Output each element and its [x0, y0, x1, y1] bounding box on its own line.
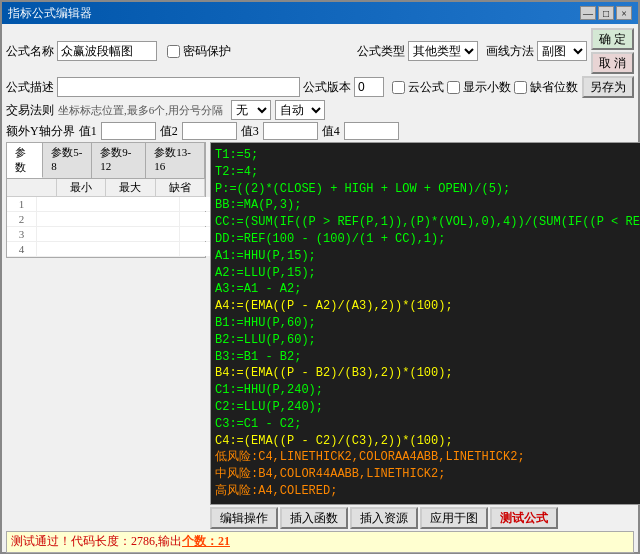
minimize-button[interactable]: —: [580, 6, 596, 20]
status-highlight: 个数：21: [182, 534, 230, 548]
params-row: 1: [7, 197, 205, 212]
type-select[interactable]: 其他类型: [408, 41, 478, 61]
formula-desc-input[interactable]: [57, 77, 300, 97]
code-line: 低风险:C4,LINETHICK2,COLORAA4ABB,LINETHICK2…: [215, 449, 640, 466]
code-line: B4:=(EMA((P - B2)/(B3),2))*(100);: [215, 365, 640, 382]
trade-label: 交易法则: [6, 102, 54, 119]
params-header: 最小 最大 缺省: [7, 179, 205, 197]
params-row: 4: [7, 242, 205, 257]
insert-func-button[interactable]: 插入函数: [280, 507, 348, 529]
trade-desc: 坐标标志位置,最多6个,用分号分隔: [58, 103, 223, 118]
params-rows: 1 2 3 4: [7, 197, 205, 257]
code-line: T1:=5;: [215, 147, 640, 164]
params-row: 2: [7, 212, 205, 227]
code-line: C4:=(EMA((P - C2)/(C3),2))*(100);: [215, 433, 640, 450]
code-line: 中风险:B4,COLOR44AABB,LINETHICK2;: [215, 466, 640, 483]
missing-checkbox[interactable]: [514, 81, 527, 94]
desc-label: 公式描述: [6, 79, 54, 96]
boundary-val1-label: 值1: [79, 123, 97, 140]
boundary-val3-input[interactable]: [263, 122, 318, 140]
col-max: 最大: [106, 179, 156, 196]
status-main: 测试通过！代码长度：2786,输出: [11, 534, 182, 548]
params-tabs: 参数 参数5-8 参数9-12 参数13-16: [7, 143, 205, 179]
params-section: 参数 参数5-8 参数9-12 参数13-16 最小 最大 缺省 1: [6, 142, 206, 258]
tab-params3[interactable]: 参数9-12: [92, 143, 146, 178]
code-line: A3:=A1 - A2;: [215, 281, 640, 298]
boundary-val3-label: 值3: [241, 123, 259, 140]
boundary-label: 额外Y轴分界: [6, 123, 75, 140]
toolbar: 编辑操作 插入函数 插入资源 应用于图 测试公式: [210, 507, 640, 529]
tab-params4[interactable]: 参数13-16: [146, 143, 205, 178]
name-label: 公式名称: [6, 43, 54, 60]
test-button[interactable]: 测试公式: [490, 507, 558, 529]
code-line: BB:=MA(P,3);: [215, 197, 640, 214]
params-num: 3: [7, 227, 37, 241]
code-line: T2:=4;: [215, 164, 640, 181]
close-button[interactable]: ×: [616, 6, 632, 20]
version-label: 公式版本: [303, 79, 351, 96]
trade-field1[interactable]: 无: [231, 100, 271, 120]
code-line: P:=((2)*(CLOSE) + HIGH + LOW + OPEN)/(5)…: [215, 181, 640, 198]
missing-label: 缺省位数: [530, 79, 578, 96]
params-min-input[interactable]: [37, 242, 180, 256]
params-num: 2: [7, 212, 37, 226]
col-default: 缺省: [156, 179, 206, 196]
tab-params1[interactable]: 参数: [7, 143, 43, 178]
maximize-button[interactable]: □: [598, 6, 614, 20]
title-bar: 指标公式编辑器 — □ ×: [2, 2, 638, 24]
params-min-input[interactable]: [37, 227, 180, 241]
status-text: 测试通过！代码长度：2786,输出个数：21: [11, 533, 230, 550]
code-line: 高风险:A4,COLERED;: [215, 483, 640, 500]
code-line: C1:=HHU(P,240);: [215, 382, 640, 399]
code-line: C2:=LLU(P,240);: [215, 399, 640, 416]
cloud-label: 云公式: [408, 79, 444, 96]
col-num: [7, 179, 57, 196]
params-row: 3: [7, 227, 205, 242]
params-num: 1: [7, 197, 37, 211]
code-line: A4:=(EMA((P - A2)/(A3),2))*(100);: [215, 298, 640, 315]
boundary-val2-label: 值2: [160, 123, 178, 140]
apply-chart-button[interactable]: 应用于图: [420, 507, 488, 529]
draw-label: 画线方法: [486, 43, 534, 60]
password-label: 密码保护: [183, 43, 231, 60]
cancel-button[interactable]: 取 消: [591, 52, 634, 74]
cloud-checkbox[interactable]: [392, 81, 405, 94]
main-window: 指标公式编辑器 — □ × 公式名称 密码保护 公式类型 其他类型 画线方法: [0, 0, 640, 554]
code-line: CC:=(SUM(IF((P > REF(P,1)),(P)*(VOL),0),…: [215, 214, 640, 231]
code-line: B3:=B1 - B2;: [215, 349, 640, 366]
edit-button[interactable]: 编辑操作: [210, 507, 278, 529]
draw-select[interactable]: 副图: [537, 41, 587, 61]
boundary-val4-input[interactable]: [344, 122, 399, 140]
code-line: C3:=C1 - C2;: [215, 416, 640, 433]
code-line: A2:=LLU(P,15);: [215, 265, 640, 282]
params-min-input[interactable]: [37, 197, 180, 211]
password-checkbox[interactable]: [167, 45, 180, 58]
window-controls: — □ ×: [580, 6, 632, 20]
col-min: 最小: [57, 179, 107, 196]
other-save-button[interactable]: 另存为: [582, 76, 634, 98]
main-content: 公式名称 密码保护 公式类型 其他类型 画线方法 副图 确 定 取 消: [2, 24, 638, 554]
type-label: 公式类型: [357, 43, 405, 60]
boundary-val2-input[interactable]: [182, 122, 237, 140]
params-num: 4: [7, 242, 37, 256]
trade-field2[interactable]: 自动: [275, 100, 325, 120]
code-area[interactable]: T1:=5;T2:=4;P:=((2)*(CLOSE) + HIGH + LOW…: [210, 142, 640, 505]
status-bar: 测试通过！代码长度：2786,输出个数：21: [6, 531, 634, 553]
window-title: 指标公式编辑器: [8, 5, 92, 22]
boundary-val1-input[interactable]: [101, 122, 156, 140]
params-min-input[interactable]: [37, 212, 180, 226]
display-checkbox[interactable]: [447, 81, 460, 94]
formula-name-input[interactable]: [57, 41, 157, 61]
code-line: B2:=LLU(P,60);: [215, 332, 640, 349]
insert-res-button[interactable]: 插入资源: [350, 507, 418, 529]
version-input[interactable]: [354, 77, 384, 97]
boundary-val4-label: 值4: [322, 123, 340, 140]
tab-params2[interactable]: 参数5-8: [43, 143, 92, 178]
code-line: DD:=REF(100 - (100)/(1 + CC),1);: [215, 231, 640, 248]
confirm-button[interactable]: 确 定: [591, 28, 634, 50]
display-label: 显示小数: [463, 79, 511, 96]
code-line: A1:=HHU(P,15);: [215, 248, 640, 265]
code-line: B1:=HHU(P,60);: [215, 315, 640, 332]
